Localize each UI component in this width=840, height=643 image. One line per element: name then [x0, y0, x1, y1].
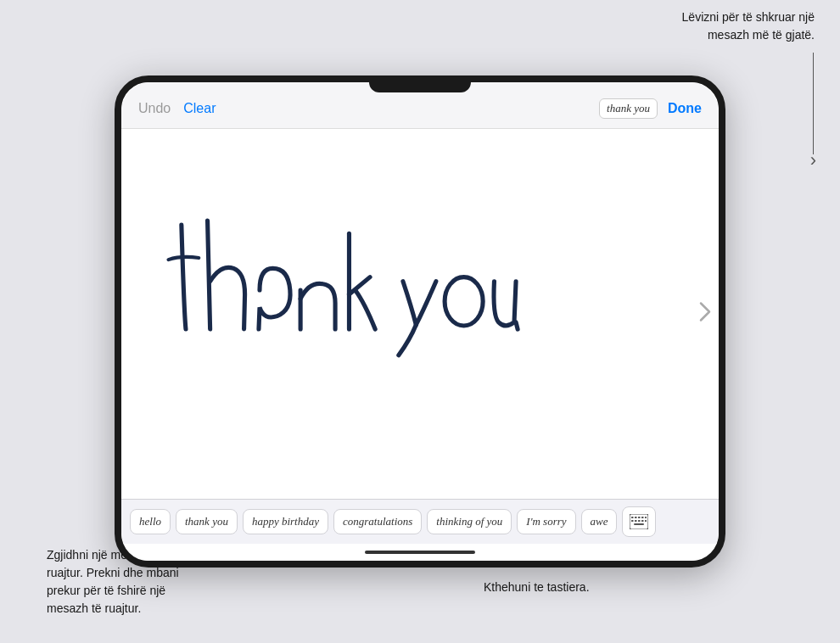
- toolbar-left: Undo Clear: [138, 101, 216, 116]
- done-button[interactable]: Done: [668, 101, 702, 116]
- undo-button[interactable]: Undo: [138, 101, 171, 116]
- suggestion-hello[interactable]: hello: [130, 509, 171, 534]
- svg-point-0: [445, 277, 483, 325]
- clear-button[interactable]: Clear: [183, 101, 216, 116]
- svg-rect-5: [641, 517, 644, 518]
- home-bar: [365, 551, 475, 554]
- svg-rect-8: [635, 520, 637, 522]
- suggestion-thank-you[interactable]: thank you: [176, 509, 238, 534]
- annotation-top-right: Lëvizni për të shkruar një mesazh më të …: [682, 8, 815, 44]
- svg-rect-9: [638, 520, 641, 522]
- svg-rect-3: [635, 517, 637, 518]
- svg-rect-10: [641, 520, 644, 522]
- suggestion-happy-birthday[interactable]: happy birthday: [243, 509, 328, 534]
- page-container: Lëvizni për të shkruar një mesazh më të …: [0, 0, 840, 643]
- svg-rect-7: [631, 520, 634, 522]
- svg-rect-12: [634, 523, 644, 525]
- iphone-screen: Undo Clear thank you Done: [121, 82, 719, 561]
- handwriting-canvas: [151, 148, 629, 406]
- annotation-bottom-right: Kthehuni te tastiera.: [484, 579, 590, 596]
- keyboard-toggle-button[interactable]: [622, 506, 656, 537]
- suggestion-awe[interactable]: awe: [581, 509, 618, 534]
- svg-rect-4: [638, 517, 641, 518]
- keyboard-icon: [630, 514, 648, 529]
- drawing-area[interactable]: [121, 129, 719, 499]
- toolbar-right: thank you Done: [599, 98, 702, 119]
- iphone-notch: [369, 82, 471, 92]
- svg-rect-6: [645, 517, 647, 518]
- home-indicator: [121, 544, 719, 561]
- suggestion-thinking-of-you[interactable]: thinking of you: [427, 509, 512, 534]
- scroll-next-button[interactable]: [698, 301, 712, 327]
- preview-chip: thank you: [599, 98, 658, 119]
- suggestions-bar: hello thank you happy birthday congratul…: [121, 499, 719, 544]
- suggestion-congratulations[interactable]: congratulations: [333, 509, 422, 534]
- svg-rect-2: [631, 517, 634, 518]
- suggestion-im-sorry[interactable]: I'm sorry: [517, 509, 575, 534]
- svg-rect-11: [645, 520, 647, 522]
- iphone-device: Undo Clear thank you Done: [115, 75, 725, 568]
